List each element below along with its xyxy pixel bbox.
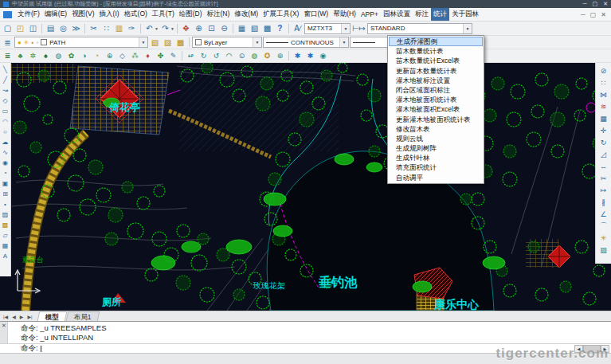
- tab-first-icon[interactable]: |◀: [2, 314, 10, 319]
- insert-block-icon[interactable]: ▣: [1, 178, 10, 189]
- save-icon[interactable]: ◫: [27, 22, 39, 34]
- text-style-combo[interactable]: MZTXT3 ▼: [304, 23, 351, 34]
- plant-list-icon[interactable]: ≣: [2, 50, 14, 62]
- layer-previous-icon[interactable]: ▨: [162, 37, 174, 49]
- command-window-grip[interactable]: ✕: [0, 322, 8, 343]
- menu-insert[interactable]: 插入(I): [97, 8, 122, 21]
- garden-grass-icon[interactable]: ⁂: [129, 50, 141, 62]
- garden-target-icon[interactable]: ⊙: [236, 50, 248, 62]
- multiline-text-icon[interactable]: A: [1, 251, 10, 261]
- garden-canopy-icon[interactable]: ◍: [249, 50, 260, 62]
- garden-hedge-icon[interactable]: ◑: [78, 50, 90, 62]
- linetype-combo[interactable]: CONTINUOUS ▼: [263, 37, 349, 48]
- tab-prev-icon[interactable]: ◀: [10, 314, 18, 319]
- menu-dimension[interactable]: 标注(N): [205, 8, 233, 21]
- extend-icon[interactable]: ↦: [599, 184, 609, 196]
- mdi-restore-icon[interactable]: ▢: [590, 11, 597, 18]
- minimize-icon[interactable]: ─: [583, 1, 587, 7]
- mdi-close-icon[interactable]: ✕: [601, 11, 606, 18]
- menu-file[interactable]: 文件(F): [15, 8, 42, 21]
- garden-burst-icon[interactable]: ⊛: [274, 50, 286, 62]
- spline-icon[interactable]: ∿: [1, 147, 10, 158]
- tab-last-icon[interactable]: ▶|: [25, 314, 33, 319]
- tab-next-icon[interactable]: ▶: [18, 314, 25, 319]
- garden-path-icon[interactable]: ◔: [91, 50, 103, 62]
- menu-item-edit-plant-table[interactable]: 修改苗木表: [389, 124, 483, 134]
- revision-cloud-icon[interactable]: ☁: [1, 137, 10, 147]
- menu-item-shrub-area-excel[interactable]: 灌木地被面积Excel表: [389, 104, 483, 114]
- garden-block-icon[interactable]: ♦: [142, 50, 154, 62]
- erase-icon[interactable]: ⊘: [599, 65, 609, 76]
- layer-combo[interactable]: ● ✳ ▪ ▫ PATH ▼: [14, 37, 148, 48]
- fillet-icon[interactable]: ⌒: [599, 220, 609, 232]
- rectangle-icon[interactable]: ▭: [1, 106, 10, 116]
- garden-shrub-icon[interactable]: ♠: [40, 50, 52, 62]
- mirror-icon[interactable]: ⋈: [599, 88, 609, 100]
- menu-tools[interactable]: 工具(T): [150, 8, 177, 21]
- cut-icon[interactable]: ✂: [88, 22, 100, 34]
- redo-icon[interactable]: ↷: [159, 22, 171, 34]
- trim-icon[interactable]: ✂: [599, 172, 609, 184]
- pan-icon[interactable]: ✥: [180, 22, 192, 34]
- garden-boundary-icon[interactable]: ◇: [116, 50, 128, 62]
- offset-icon[interactable]: ≋: [599, 100, 609, 112]
- menu-garden-annotate[interactable]: 标注: [413, 8, 431, 21]
- menu-about-garden[interactable]: 关于园林: [449, 8, 481, 21]
- garden-arc-tool-icon[interactable]: ◠: [223, 50, 235, 62]
- paste-icon[interactable]: ▥: [113, 22, 125, 34]
- chevron-down-icon[interactable]: ▼: [341, 24, 350, 33]
- garden-update-icon[interactable]: ↻: [198, 50, 210, 62]
- close-icon[interactable]: ✕: [2, 323, 6, 329]
- garden-cluster-icon[interactable]: ✤: [155, 50, 166, 62]
- copy-icon[interactable]: ∷: [599, 76, 609, 88]
- point-icon[interactable]: •: [1, 199, 10, 209]
- layer-on-bulb-icon[interactable]: ●: [18, 39, 22, 46]
- chevron-down-icon[interactable]: ▼: [463, 24, 472, 33]
- help-icon[interactable]: ?: [274, 22, 286, 34]
- zoom-previous-icon[interactable]: ⊖: [218, 22, 230, 34]
- maximize-icon[interactable]: ▢: [593, 1, 598, 7]
- polyline-icon[interactable]: ↝: [1, 85, 10, 96]
- tab-layout1[interactable]: 布局1: [65, 311, 99, 321]
- zoom-realtime-icon[interactable]: ⊕: [193, 22, 205, 34]
- copy-clip-icon[interactable]: ∷: [100, 22, 112, 34]
- polygon-icon[interactable]: ◇: [1, 96, 10, 106]
- chamfer-icon[interactable]: ∠: [599, 208, 609, 220]
- menu-statistics[interactable]: 统计: [431, 8, 449, 21]
- menu-draw[interactable]: 绘图(D): [177, 8, 205, 21]
- menu-app-plus[interactable]: APP+: [358, 9, 381, 20]
- menu-item-fill-area-stats[interactable]: 填充面积统计: [389, 162, 483, 172]
- drawing-canvas[interactable]: 倚花亭 观景台 厕所 玫瑰花架 垂钓池 康乐中心 ╲ ╱ ↝ ◇ ▭ ◠ ○ ☁…: [0, 63, 611, 311]
- garden-label-icon[interactable]: ⊕: [104, 50, 116, 62]
- stretch-icon[interactable]: ↔: [599, 160, 609, 172]
- mdi-minimize-icon[interactable]: ─: [581, 11, 586, 18]
- menu-view[interactable]: 视图(V): [69, 8, 96, 21]
- explode-icon[interactable]: ✳: [599, 232, 609, 244]
- zoom-window-icon[interactable]: ⊡: [206, 22, 217, 34]
- menu-item-update-shrub-area[interactable]: 更新灌木地被面积统计表: [389, 115, 483, 124]
- gradient-icon[interactable]: ▩: [1, 220, 10, 230]
- array-icon[interactable]: ▦: [599, 112, 609, 124]
- garden-flower-icon[interactable]: ✿: [65, 50, 77, 62]
- scale-icon[interactable]: ◿: [599, 148, 609, 160]
- layer-lock-icon[interactable]: ▪: [32, 39, 34, 46]
- layer-states-icon[interactable]: ▩: [174, 37, 186, 49]
- model-space-drawing[interactable]: 倚花亭 观景台 厕所 玫瑰花架 垂钓池 康乐中心: [0, 63, 611, 311]
- menu-edit[interactable]: 编辑(E): [42, 8, 69, 21]
- preview-icon[interactable]: ◎: [57, 22, 69, 34]
- menu-item-auto-level[interactable]: 自动调平: [389, 173, 483, 182]
- make-block-icon[interactable]: ⊞: [1, 189, 10, 199]
- arc-icon[interactable]: ◠: [1, 116, 10, 127]
- dim-style-combo[interactable]: STANDARD ▼: [367, 23, 472, 34]
- close-icon[interactable]: ✕: [603, 1, 608, 7]
- menu-item-plant-count-excel[interactable]: 苗木数量统计Excel表: [389, 56, 483, 65]
- break-icon[interactable]: ∦: [599, 196, 609, 208]
- chevron-down-icon[interactable]: ▼: [339, 37, 348, 47]
- menu-express-tools[interactable]: 扩展工具(X): [260, 8, 301, 21]
- garden-tree-plan-icon[interactable]: ♣: [14, 50, 26, 62]
- construction-line-icon[interactable]: ╱: [1, 75, 10, 85]
- command-history-window[interactable]: ✕ 命令: _u TREESAMPLES 命令: _u INTELLIPAN: [0, 321, 611, 343]
- match-properties-icon[interactable]: ✑: [126, 22, 138, 34]
- circle-icon[interactable]: ○: [1, 127, 10, 137]
- menu-item-generate-tree-legend[interactable]: 生成乔灌图例: [389, 37, 483, 46]
